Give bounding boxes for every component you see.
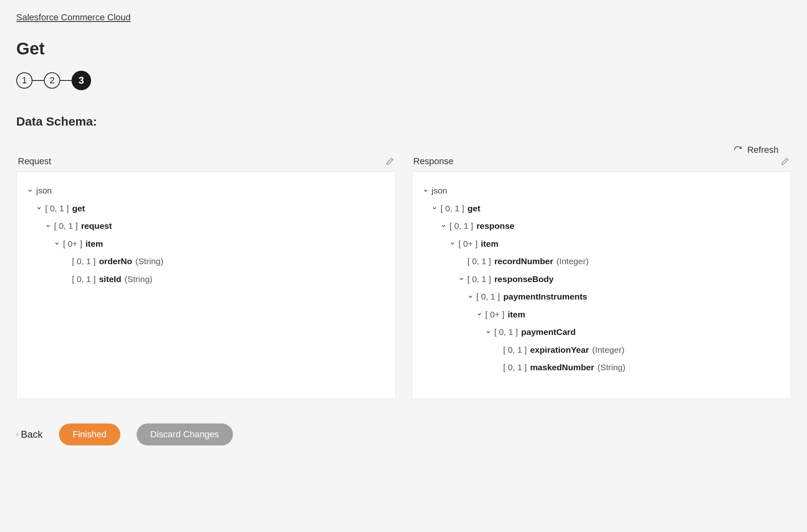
page-title: Get xyxy=(16,39,791,59)
field-type: (Integer) xyxy=(592,343,624,356)
finished-button[interactable]: Finished xyxy=(59,423,120,445)
cardinality: [ 0, 1 ] xyxy=(54,219,78,232)
field-type: (String) xyxy=(135,255,163,268)
cardinality: [ 0, 1 ] xyxy=(468,255,491,268)
chevron-down-icon[interactable] xyxy=(423,188,429,193)
chevron-down-icon[interactable] xyxy=(476,311,482,317)
request-panel: json[ 0, 1 ] get[ 0, 1 ] request[ 0+ ] i… xyxy=(16,172,396,399)
tree-row[interactable]: [ 0+ ] item xyxy=(420,235,783,253)
tree-row[interactable]: [ 0+ ] item xyxy=(420,306,783,324)
tree-row[interactable]: [ 0, 1 ] siteId (String) xyxy=(25,270,387,288)
tree-row[interactable]: [ 0, 1 ] response xyxy=(420,217,783,235)
chevron-down-icon[interactable] xyxy=(468,294,473,300)
field-name: orderNo xyxy=(99,255,132,268)
step-connector xyxy=(60,80,72,81)
cardinality: [ 0, 1 ] xyxy=(72,273,96,286)
tree-row[interactable]: [ 0, 1 ] paymentInstruments xyxy=(420,288,783,306)
step-connector xyxy=(33,80,44,81)
tree-row[interactable]: [ 0, 1 ] get xyxy=(25,200,387,217)
field-type: (Integer) xyxy=(557,255,589,268)
field-name: request xyxy=(81,219,112,232)
field-name: json xyxy=(432,184,448,197)
field-name: item xyxy=(508,308,525,321)
field-name: paymentInstruments xyxy=(503,290,587,303)
cardinality: [ 0, 1 ] xyxy=(494,326,518,339)
field-name: item xyxy=(481,237,498,250)
step-1[interactable]: 1 xyxy=(16,72,33,89)
chevron-down-icon[interactable] xyxy=(27,188,33,193)
cardinality: [ 0, 1 ] xyxy=(72,255,96,268)
refresh-icon[interactable] xyxy=(733,145,742,154)
cardinality: [ 0, 1 ] xyxy=(441,202,464,215)
chevron-down-icon[interactable] xyxy=(485,329,491,335)
field-name: recordNumber xyxy=(494,255,553,268)
field-name: item xyxy=(85,237,103,250)
chevron-down-icon[interactable] xyxy=(459,276,464,282)
field-name: json xyxy=(36,184,52,197)
chevron-left-icon: ‹ xyxy=(16,431,18,438)
edit-response-icon[interactable] xyxy=(781,157,789,165)
chevron-down-icon[interactable] xyxy=(432,205,437,211)
cardinality: [ 0+ ] xyxy=(485,308,505,321)
tree-row[interactable]: [ 0, 1 ] get xyxy=(420,200,783,217)
request-label: Request xyxy=(18,156,51,167)
field-name: get xyxy=(72,202,85,215)
cardinality: [ 0, 1 ] xyxy=(476,290,500,303)
chevron-down-icon[interactable] xyxy=(45,223,51,229)
field-name: get xyxy=(468,202,481,215)
section-title: Data Schema: xyxy=(16,115,791,128)
field-name: response xyxy=(476,219,514,232)
back-label: Back xyxy=(21,429,42,440)
cardinality: [ 0, 1 ] xyxy=(45,202,69,215)
field-name: expirationYear xyxy=(530,343,589,356)
tree-row[interactable]: [ 0, 1 ] maskedNumber (String) xyxy=(420,358,783,376)
field-type: (String) xyxy=(124,273,152,286)
step-3[interactable]: 3 xyxy=(72,71,91,90)
tree-row[interactable]: [ 0, 1 ] expirationYear (Integer) xyxy=(420,341,783,359)
response-label: Response xyxy=(413,156,454,167)
tree-row[interactable]: [ 0, 1 ] paymentCard xyxy=(420,323,783,341)
stepper: 1 2 3 xyxy=(16,71,791,90)
discard-changes-button[interactable]: Discard Changes xyxy=(137,423,233,445)
field-type: (String) xyxy=(597,361,625,374)
chevron-down-icon[interactable] xyxy=(450,241,455,246)
response-panel: json[ 0, 1 ] get[ 0, 1 ] response[ 0+ ] … xyxy=(412,172,791,399)
tree-row[interactable]: [ 0+ ] item xyxy=(25,235,387,253)
field-name: maskedNumber xyxy=(530,361,594,374)
tree-row[interactable]: json xyxy=(420,182,783,200)
back-link[interactable]: ‹ Back xyxy=(16,429,43,440)
step-2[interactable]: 2 xyxy=(44,72,60,89)
tree-row[interactable]: [ 0, 1 ] request xyxy=(25,217,387,235)
chevron-down-icon[interactable] xyxy=(36,205,42,211)
tree-row[interactable]: [ 0, 1 ] responseBody xyxy=(420,270,783,288)
field-name: paymentCard xyxy=(521,326,576,339)
cardinality: [ 0+ ] xyxy=(459,237,478,250)
cardinality: [ 0, 1 ] xyxy=(468,273,491,286)
refresh-label[interactable]: Refresh xyxy=(747,145,779,155)
tree-row[interactable]: [ 0, 1 ] recordNumber (Integer) xyxy=(420,252,783,270)
cardinality: [ 0, 1 ] xyxy=(503,361,527,374)
tree-row[interactable]: [ 0, 1 ] orderNo (String) xyxy=(25,252,387,270)
chevron-down-icon[interactable] xyxy=(441,223,446,229)
field-name: siteId xyxy=(99,273,121,286)
field-name: responseBody xyxy=(494,273,554,286)
cardinality: [ 0+ ] xyxy=(63,237,82,250)
chevron-down-icon[interactable] xyxy=(54,241,60,246)
cardinality: [ 0, 1 ] xyxy=(503,343,527,356)
cardinality: [ 0, 1 ] xyxy=(450,219,473,232)
edit-request-icon[interactable] xyxy=(386,157,394,165)
breadcrumb-link[interactable]: Salesforce Commerce Cloud xyxy=(16,12,131,23)
tree-row[interactable]: json xyxy=(25,182,387,200)
